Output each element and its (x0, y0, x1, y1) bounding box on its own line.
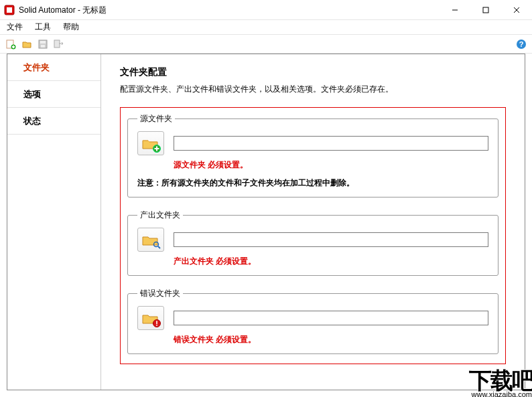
output-folder-input[interactable] (174, 232, 488, 247)
toolbar-new-button[interactable] (4, 37, 17, 51)
source-folder-legend: 源文件夹 (137, 113, 175, 125)
app-icon (4, 5, 15, 15)
page-subtitle: 配置源文件夹、产出文件和错误文件夹，以及相关选项。文件夹必须已存在。 (120, 84, 506, 95)
source-folder-group: 源文件夹 源文件夹 必须设置。 注意：所有源文件夹的文件和子文件夹均在加 (127, 113, 498, 197)
sidebar-item-options[interactable]: 选项 (7, 81, 101, 108)
error-folder-error: 错误文件夹 必须设置。 (174, 334, 488, 345)
toolbar: ? (0, 35, 532, 54)
svg-rect-9 (12, 46, 15, 48)
minimize-button[interactable] (440, 0, 470, 19)
search-overlay-icon (153, 241, 161, 249)
svg-rect-3 (483, 7, 488, 13)
menu-tools[interactable]: 工具 (35, 21, 51, 33)
error-overlay-icon (153, 319, 161, 327)
error-folder-legend: 错误文件夹 (137, 288, 183, 299)
toolbar-save-button[interactable] (36, 37, 50, 51)
error-folder-browse-button[interactable] (137, 306, 164, 330)
source-folder-browse-button[interactable] (137, 131, 164, 155)
output-folder-legend: 产出文件夹 (137, 210, 183, 221)
error-folder-input[interactable] (174, 311, 488, 325)
output-folder-browse-button[interactable] (137, 228, 164, 252)
output-folder-error: 产出文件夹 必须设置。 (174, 256, 488, 267)
svg-rect-23 (156, 325, 157, 326)
titlebar: Solid Automator - 无标题 (0, 0, 532, 20)
output-folder-group: 产出文件夹 产出文件夹 必须设置。 (127, 210, 498, 276)
menu-file[interactable]: 文件 (7, 21, 23, 33)
main-panel: 文件夹配置 配置源文件夹、产出文件和错误文件夹，以及相关选项。文件夹必须已存在。… (101, 54, 525, 390)
svg-rect-18 (155, 148, 159, 149)
svg-rect-1 (7, 7, 12, 13)
sidebar: 文件夹 选项 状态 (7, 54, 101, 390)
svg-text:?: ? (519, 40, 524, 48)
svg-rect-12 (41, 45, 45, 48)
page-title: 文件夹配置 (120, 66, 506, 78)
svg-rect-22 (156, 321, 157, 324)
source-folder-input[interactable] (174, 136, 488, 151)
svg-point-19 (154, 242, 159, 247)
window-title: Solid Automator - 无标题 (19, 0, 107, 20)
sidebar-item-status[interactable]: 状态 (7, 108, 101, 135)
menu-help[interactable]: 帮助 (63, 21, 79, 33)
close-button[interactable] (501, 0, 532, 19)
sidebar-item-label: 状态 (23, 115, 41, 127)
svg-line-20 (158, 246, 160, 248)
toolbar-saveas-button[interactable] (52, 37, 66, 51)
svg-rect-11 (40, 41, 46, 44)
highlight-box: 源文件夹 源文件夹 必须设置。 注意：所有源文件夹的文件和子文件夹均在加 (120, 107, 506, 364)
sidebar-item-folders[interactable]: 文件夹 (7, 54, 101, 81)
svg-rect-13 (54, 40, 60, 48)
source-folder-error: 源文件夹 必须设置。 (174, 159, 488, 171)
watermark-url: www.xiazaiba.com (469, 390, 532, 397)
sidebar-item-label: 文件夹 (23, 62, 50, 74)
content-pane: 文件夹 选项 状态 文件夹配置 配置源文件夹、产出文件和错误文件夹，以及相关选项… (7, 54, 525, 390)
maximize-button[interactable] (470, 0, 501, 19)
add-overlay-icon (153, 145, 161, 153)
toolbar-help-button[interactable]: ? (515, 37, 528, 51)
error-folder-group: 错误文件夹 错误文件夹 必须设置。 (127, 288, 498, 354)
menubar: 文件 工具 帮助 (0, 20, 532, 35)
toolbar-open-button[interactable] (20, 37, 34, 51)
sidebar-item-label: 选项 (23, 88, 41, 100)
source-folder-note: 注意：所有源文件夹的文件和子文件夹均在加工过程中删除。 (137, 177, 488, 189)
